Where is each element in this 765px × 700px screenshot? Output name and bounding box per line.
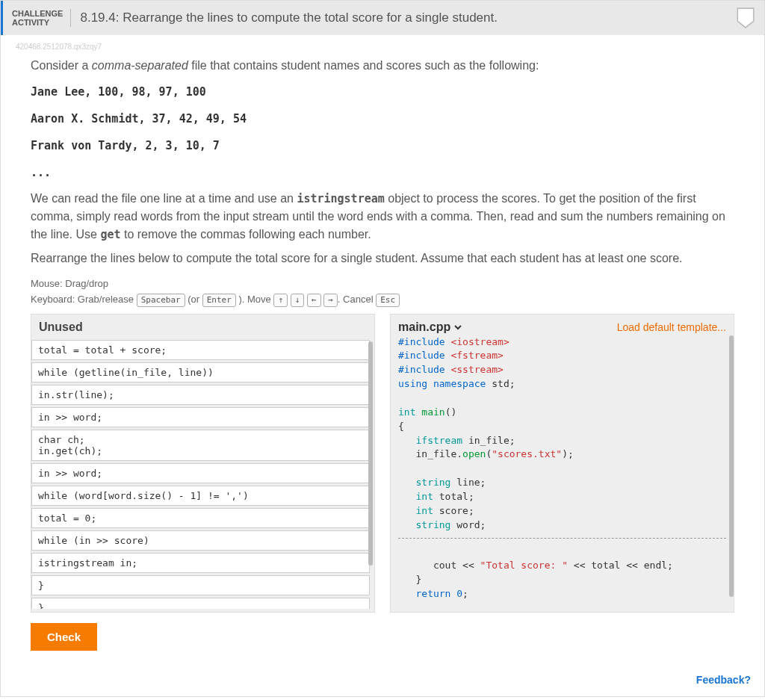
key-enter: Enter — [202, 294, 236, 307]
file-tab[interactable]: main.cpp — [398, 320, 462, 334]
code-tile[interactable]: } — [31, 598, 370, 609]
code-istringstream: istringstream — [297, 192, 384, 205]
kb-cancel: . Cancel — [338, 294, 376, 305]
mouse-hint: Mouse: Drag/drop — [31, 276, 734, 292]
interaction-hints: Mouse: Drag/drop Keyboard: Grab/release … — [31, 276, 734, 308]
load-default-template[interactable]: Load default template... — [617, 321, 726, 333]
intro-em: comma-separated — [92, 59, 188, 72]
kb-move: ). Move — [236, 294, 274, 305]
code-tile[interactable]: in >> word; — [31, 463, 370, 483]
editor-panel: main.cpp Load default template... #inclu… — [390, 314, 734, 613]
activity-title: 8.19.4: Rearrange the lines to compute t… — [80, 10, 498, 25]
code-tile[interactable]: while (in >> score) — [31, 530, 370, 551]
check-row: Check — [31, 623, 734, 651]
drop-zone-separator[interactable] — [398, 538, 726, 539]
label-line-2: ACTIVITY — [12, 18, 49, 27]
code-tile[interactable]: while (word[word.size() - 1] != ',') — [31, 486, 370, 506]
code-tile[interactable]: in >> word; — [31, 407, 370, 427]
activity-card: CHALLENGE ACTIVITY 8.19.4: Rearrange the… — [0, 0, 765, 697]
unused-panel: Unused total = total + score;while (getl… — [31, 314, 375, 613]
key-spacebar: Spacebar — [137, 294, 185, 307]
label-line-1: CHALLENGE — [12, 9, 63, 18]
explain-paragraph-1: We can read the file one line at a time … — [31, 190, 734, 244]
explain-text-a: We can read the file one line at a time … — [31, 192, 297, 205]
challenge-activity-label: CHALLENGE ACTIVITY — [12, 9, 71, 27]
meta-id: 420468.2512078.qx3zqy7 — [16, 43, 734, 51]
code-tile[interactable]: } — [31, 575, 370, 595]
code-tile[interactable]: total = total + score; — [31, 340, 370, 360]
file-name: main.cpp — [398, 320, 450, 334]
code-tile[interactable]: char ch; in.get(ch); — [31, 430, 370, 461]
kb-prefix: Keyboard: Grab/release — [31, 294, 137, 305]
check-button[interactable]: Check — [31, 623, 97, 651]
unused-tile-list[interactable]: total = total + score;while (getline(in_… — [31, 340, 374, 609]
key-left: ← — [307, 294, 321, 307]
activity-content: 420468.2512078.qx3zqy7 Consider a comma-… — [1, 35, 764, 666]
kb-or: (or — [185, 294, 202, 305]
feedback-link[interactable]: Feedback? — [696, 674, 751, 686]
progress-shield-icon — [736, 7, 755, 29]
key-esc: Esc — [376, 294, 400, 307]
code-tile[interactable]: in.str(line); — [31, 385, 370, 405]
editor-scrollbar[interactable] — [729, 335, 734, 597]
workarea: Unused total = total + score;while (getl… — [31, 314, 734, 613]
explain-paragraph-2: Rearrange the lines below to compute the… — [31, 250, 734, 267]
activity-header: CHALLENGE ACTIVITY 8.19.4: Rearrange the… — [1, 1, 764, 35]
code-get: get — [100, 228, 120, 241]
unused-header: Unused — [31, 315, 374, 340]
unused-scrollbar[interactable] — [368, 341, 373, 566]
key-down: ↓ — [291, 294, 305, 307]
explain-text-c: to remove the commas following each numb… — [120, 228, 371, 241]
code-editor[interactable]: #include <iostream> #include <fstream> #… — [391, 335, 734, 612]
keyboard-hint: Keyboard: Grab/release Spacebar (or Ente… — [31, 292, 734, 308]
key-right: → — [323, 294, 338, 307]
feedback-row: Feedback? — [1, 666, 764, 696]
sample-data-block: Jane Lee, 100, 98, 97, 100 Aaron X. Schm… — [31, 85, 734, 179]
intro-prefix: Consider a — [31, 59, 92, 72]
intro-suffix: file that contains student names and sco… — [188, 59, 539, 72]
chevron-down-icon — [453, 323, 462, 332]
intro-paragraph: Consider a comma-separated file that con… — [31, 57, 734, 75]
code-tile[interactable]: istringstream in; — [31, 553, 370, 573]
key-up: ↑ — [273, 294, 288, 307]
code-tile[interactable]: while (getline(in_file, line)) — [31, 362, 370, 382]
code-tile[interactable]: total = 0; — [31, 508, 370, 528]
